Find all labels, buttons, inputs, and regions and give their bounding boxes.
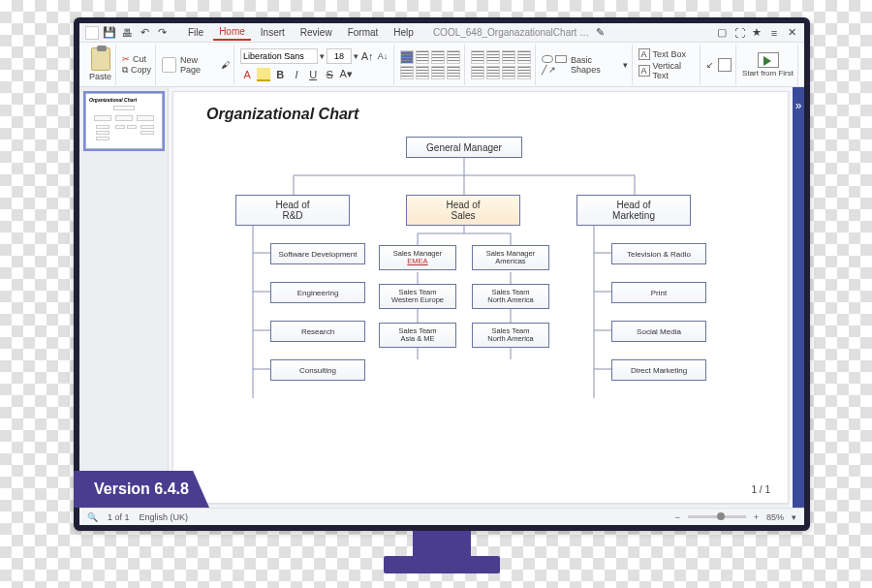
font-color-icon[interactable]: A <box>240 68 254 81</box>
star-icon[interactable]: ★ <box>750 26 763 40</box>
ltr-icon[interactable] <box>471 66 484 79</box>
edit-doc-name-icon[interactable]: ✎ <box>593 26 607 40</box>
org-node-general-manager[interactable]: General Manager <box>406 137 522 158</box>
shapes-group: ╱↗ Basic Shapes ▾ <box>538 45 632 85</box>
document-title: Organizational Chart <box>206 106 358 123</box>
shapes-dropdown-icon[interactable]: ▾ <box>623 60 628 70</box>
org-node-sales-r2[interactable]: Sales TeamNorth America <box>472 323 549 348</box>
save-icon[interactable]: 💾 <box>103 26 116 40</box>
bold-button[interactable]: B <box>273 68 287 81</box>
slide-thumbnails-panel[interactable]: Organizational Chart <box>79 87 169 508</box>
font-size-select[interactable] <box>327 48 352 64</box>
font-family-dropdown-icon[interactable]: ▾ <box>320 51 325 61</box>
zoom-in-icon[interactable]: + <box>754 512 759 522</box>
spacing-icon[interactable] <box>502 66 515 79</box>
new-page-icon[interactable] <box>162 57 176 73</box>
zoom-out-icon[interactable]: − <box>674 512 679 522</box>
increase-indent-icon[interactable] <box>502 50 515 64</box>
line-spacing-icon[interactable] <box>447 66 460 79</box>
org-node-head-rd[interactable]: Head of R&D <box>235 195 350 226</box>
org-node-rd-3[interactable]: Consulting <box>270 359 365 381</box>
font-size-dropdown-icon[interactable]: ▾ <box>354 51 358 61</box>
tab-home[interactable]: Home <box>213 24 251 41</box>
menu-icon[interactable]: ≡ <box>767 26 781 40</box>
basic-shapes-label[interactable]: Basic Shapes <box>571 55 618 75</box>
align-justify-icon[interactable] <box>447 50 460 64</box>
rtl-icon[interactable] <box>486 66 500 79</box>
undo-icon[interactable]: ↶ <box>138 26 151 40</box>
number-list-icon[interactable] <box>486 50 500 64</box>
align-right-icon[interactable] <box>431 50 445 64</box>
zoom-label: 85% <box>766 512 784 522</box>
arrow-icon[interactable]: ↗ <box>548 65 556 75</box>
print-icon[interactable]: 🖶 <box>120 26 134 40</box>
clipboard-group: ✂Cut ⧉Copy <box>118 45 156 85</box>
slide-thumbnail-1[interactable]: Organizational Chart <box>85 93 163 149</box>
org-node-head-sales[interactable]: Head of Sales <box>406 195 520 226</box>
tab-format[interactable]: Format <box>342 25 385 40</box>
org-node-sales-r1[interactable]: Sales TeamNorth America <box>472 284 549 309</box>
italic-button[interactable]: I <box>290 68 303 81</box>
copy-button[interactable]: ⧉Copy <box>122 65 151 76</box>
misc-tools: ↙ <box>702 45 736 85</box>
rect-icon[interactable] <box>555 55 567 63</box>
decrease-indent-icon[interactable] <box>517 50 531 64</box>
tab-help[interactable]: Help <box>388 25 420 40</box>
org-node-rd-1[interactable]: Engineering <box>270 282 365 303</box>
doc-search-icon[interactable]: 🔍 <box>87 512 98 522</box>
align-center-icon[interactable] <box>416 50 429 64</box>
org-node-sales-l2[interactable]: Sales TeamAsia & ME <box>379 323 456 348</box>
start-first-label[interactable]: Start from First <box>742 69 794 77</box>
fill-color-icon[interactable] <box>718 58 732 72</box>
org-node-mkt-1[interactable]: Print <box>611 282 706 303</box>
paste-group: Paste <box>85 45 116 85</box>
tab-insert[interactable]: Insert <box>255 25 291 40</box>
align-left-icon[interactable] <box>400 50 414 64</box>
book-icon[interactable]: ▢ <box>715 26 729 40</box>
org-node-head-marketing[interactable]: Head of Marketing <box>576 195 691 226</box>
paste-icon[interactable] <box>91 47 110 71</box>
vertical-text-button[interactable]: A Vertical Text <box>638 61 697 80</box>
zoom-dropdown-icon[interactable]: ▾ <box>792 512 796 522</box>
redo-icon[interactable]: ↷ <box>155 26 169 40</box>
line-icon[interactable]: ╱ <box>542 65 546 75</box>
org-node-mkt-3[interactable]: Direct Marketing <box>611 359 706 381</box>
increase-font-icon[interactable]: A↑ <box>360 49 374 63</box>
org-node-mkt-0[interactable]: Television & Radio <box>611 243 706 264</box>
highlight-icon[interactable] <box>257 68 270 81</box>
text-box-button[interactable]: A Text Box <box>638 48 687 60</box>
bullet-list-icon[interactable] <box>471 50 484 64</box>
strike-button[interactable]: S <box>323 68 336 81</box>
document-name: COOL_648_OrganazationalChart … <box>433 27 589 38</box>
font-family-select[interactable] <box>240 48 318 64</box>
align-top-icon[interactable] <box>400 66 414 79</box>
align-bottom-icon[interactable] <box>431 66 445 79</box>
cut-button[interactable]: ✂Cut <box>122 54 146 64</box>
present-icon[interactable] <box>758 52 779 68</box>
app-window: 💾 🖶 ↶ ↷ File Home Insert Review Format H… <box>79 23 804 525</box>
zoom-slider[interactable] <box>688 515 746 518</box>
close-icon[interactable]: ✕ <box>785 26 798 40</box>
align-middle-icon[interactable] <box>416 66 429 79</box>
more-font-icon[interactable]: A▾ <box>339 68 353 81</box>
connector-icon[interactable]: ↙ <box>706 60 714 70</box>
format-paint-icon[interactable]: 🖌 <box>221 60 230 70</box>
decrease-font-icon[interactable]: A↓ <box>376 49 389 63</box>
present-group: Start from First <box>738 45 798 85</box>
org-node-rd-2[interactable]: Research <box>270 321 365 342</box>
ellipse-icon[interactable] <box>542 55 553 63</box>
columns-icon[interactable] <box>517 66 531 79</box>
new-page-label[interactable]: New Page <box>180 55 217 75</box>
org-node-rd-0[interactable]: Software Development <box>270 243 365 264</box>
underline-button[interactable]: U <box>306 68 320 81</box>
tab-file[interactable]: File <box>182 25 209 40</box>
org-node-mkt-2[interactable]: Social Media <box>611 321 706 342</box>
tab-review[interactable]: Review <box>295 25 338 40</box>
right-panel-expand[interactable]: » <box>793 87 804 508</box>
org-node-sales-r0[interactable]: Sales ManagerAmericas <box>472 245 549 270</box>
org-node-sales-l1[interactable]: Sales TeamWestern Europe <box>379 284 456 309</box>
language-label[interactable]: English (UK) <box>140 512 189 522</box>
slide-canvas[interactable]: Organizational Chart General Manager Hea… <box>172 91 789 504</box>
org-node-sales-l0[interactable]: Sales ManagerEMEA <box>379 245 456 270</box>
fullscreen-icon[interactable]: ⛶ <box>732 26 746 40</box>
